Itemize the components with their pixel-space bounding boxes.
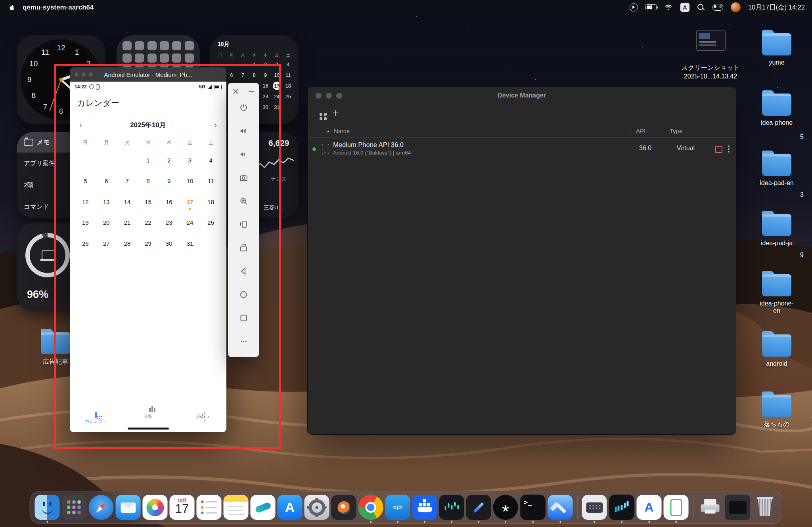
calendar-day[interactable]: 27 bbox=[96, 233, 117, 254]
calendar-day[interactable]: 12 bbox=[75, 191, 96, 212]
window-controls[interactable] bbox=[75, 73, 93, 76]
dock-launchpad-icon[interactable] bbox=[62, 495, 87, 520]
tab-gear[interactable]: 設定 bbox=[174, 412, 226, 424]
emulator-volume-down-icon[interactable] bbox=[236, 147, 251, 162]
emulator-toolbar[interactable] bbox=[228, 83, 259, 357]
calendar-day[interactable]: 10 bbox=[180, 171, 201, 192]
desktop-folder[interactable]: idea-pad-ja bbox=[757, 211, 797, 247]
dock-chatgpt-icon[interactable]: * bbox=[493, 495, 518, 520]
emulator-camera-icon[interactable] bbox=[236, 170, 251, 185]
device-menu-button[interactable] bbox=[728, 145, 730, 147]
desktop-folder[interactable]: idea-pad-en bbox=[757, 151, 797, 187]
emulator-rotate-landscape-icon[interactable] bbox=[236, 240, 251, 255]
dock[interactable]: 10月17A</>*>_A bbox=[30, 491, 783, 524]
wifi-icon[interactable] bbox=[664, 4, 673, 11]
calendar-day[interactable]: 8 bbox=[138, 171, 159, 192]
dock-qemu-icon[interactable] bbox=[725, 495, 751, 520]
device-grid-view-button[interactable] bbox=[320, 113, 327, 120]
dock-freeform-icon[interactable] bbox=[251, 495, 276, 520]
calendar-day[interactable]: 31 bbox=[180, 233, 201, 254]
device-row[interactable]: Medium Phone API 36.0Android 16.0 ("Bakl… bbox=[308, 138, 736, 162]
input-source-badge[interactable]: A bbox=[680, 3, 689, 12]
calendar-day[interactable]: 13 bbox=[96, 191, 117, 212]
menu-bar-clock[interactable]: 10月17日(金) 14:22 bbox=[748, 3, 805, 12]
calendar-day[interactable]: 16 bbox=[159, 191, 180, 212]
calendar-day[interactable]: 7 bbox=[117, 171, 138, 192]
emulator-home-icon[interactable] bbox=[236, 287, 251, 302]
active-app-name[interactable]: qemu-system-aarch64 bbox=[23, 4, 94, 11]
tab-chart[interactable]: 分析 bbox=[122, 412, 174, 424]
desktop-folder[interactable]: 広告記事 bbox=[36, 329, 75, 366]
calendar-day[interactable]: 6 bbox=[96, 171, 117, 192]
tab-calendar[interactable]: カレンダー bbox=[70, 412, 122, 424]
desktop-folder[interactable]: idea-phone bbox=[757, 90, 797, 126]
calendar-day[interactable]: 24 bbox=[180, 212, 201, 233]
calendar-day[interactable]: 20 bbox=[96, 212, 117, 233]
desktop-folder[interactable]: android bbox=[757, 331, 797, 367]
apple-logo-icon[interactable] bbox=[9, 4, 15, 11]
calendar-day[interactable]: 21 bbox=[117, 212, 138, 233]
calendar-day[interactable]: 29 bbox=[138, 233, 159, 254]
calendar-day[interactable]: 17 bbox=[180, 191, 201, 212]
dock-settings-icon[interactable] bbox=[304, 495, 329, 520]
dock-drafting-icon[interactable]: A bbox=[637, 495, 662, 520]
emulator-close-icon[interactable] bbox=[229, 85, 242, 97]
calendar-day[interactable]: 22 bbox=[138, 212, 159, 233]
desktop-folder[interactable]: 落ちもの bbox=[757, 391, 797, 429]
dock-keyboard-icon[interactable] bbox=[582, 495, 607, 520]
calendar-day[interactable]: 30 bbox=[159, 233, 180, 254]
calendar-day[interactable]: 4 bbox=[200, 150, 221, 171]
emulator-overview-icon[interactable] bbox=[236, 310, 251, 325]
calendar-day[interactable]: 9 bbox=[159, 171, 180, 192]
dock-vscode-icon[interactable]: </> bbox=[385, 495, 410, 520]
spotlight-search-icon[interactable] bbox=[697, 4, 705, 11]
dock-terminal-icon[interactable]: >_ bbox=[520, 495, 546, 520]
user-avatar[interactable] bbox=[731, 2, 741, 12]
desktop-folder[interactable]: idea-phone-en bbox=[757, 271, 797, 314]
calendar-day[interactable]: 2 bbox=[159, 150, 180, 171]
dock-notes-icon[interactable] bbox=[224, 495, 249, 520]
calendar-day[interactable]: 26 bbox=[75, 233, 96, 254]
stop-device-button[interactable] bbox=[715, 146, 722, 153]
calendar-day[interactable]: 18 bbox=[200, 191, 221, 212]
emulator-window[interactable]: Android Emulator - Medium_Ph... 14:22 5G… bbox=[70, 67, 226, 432]
calendar-day[interactable]: 14 bbox=[117, 191, 138, 212]
home-indicator[interactable] bbox=[128, 428, 169, 430]
dock-monitor-icon[interactable] bbox=[609, 495, 635, 520]
dock-blender-icon[interactable] bbox=[331, 495, 356, 520]
next-month-button[interactable]: › bbox=[214, 121, 217, 130]
calendar-day[interactable]: 15 bbox=[138, 191, 159, 212]
emulator-back-icon[interactable] bbox=[236, 264, 251, 279]
dock-phone-icon[interactable] bbox=[664, 495, 689, 520]
emulator-power-icon[interactable] bbox=[236, 100, 251, 115]
calendar-day[interactable]: 5 bbox=[75, 171, 96, 192]
dock-finder-icon[interactable] bbox=[35, 495, 60, 520]
emulator-volume-up-icon[interactable] bbox=[236, 123, 251, 138]
dock-reminders-icon[interactable] bbox=[197, 495, 222, 520]
calendar-day[interactable]: 1 bbox=[138, 150, 159, 171]
screen-record-icon[interactable] bbox=[630, 3, 638, 11]
dock-xcode-icon[interactable] bbox=[548, 495, 573, 520]
emulator-zoom-icon[interactable] bbox=[236, 193, 251, 208]
calendar-day[interactable]: 25 bbox=[200, 212, 221, 233]
dock-photos-icon[interactable] bbox=[143, 495, 168, 520]
device-manager-window[interactable]: Device Manager + Name API Type Medium Ph… bbox=[307, 86, 736, 435]
dock-waveform-icon[interactable] bbox=[439, 495, 464, 520]
emulator-more-icon[interactable] bbox=[236, 334, 251, 349]
column-header-type[interactable]: Type bbox=[670, 128, 683, 134]
calendar-day[interactable]: 3 bbox=[180, 150, 201, 171]
emulator-titlebar[interactable]: Android Emulator - Medium_Ph... bbox=[70, 67, 226, 82]
battery-icon[interactable] bbox=[645, 4, 657, 10]
emulator-minimize-icon[interactable] bbox=[245, 85, 258, 97]
emulator-screen[interactable]: 14:22 5G カレンダー ‹ 2025年10月 › 日月火水木金土 1234… bbox=[70, 82, 226, 432]
column-header-api[interactable]: API bbox=[636, 128, 645, 134]
calendar-day[interactable]: 19 bbox=[75, 212, 96, 233]
calendar-day[interactable]: 11 bbox=[200, 171, 221, 192]
dock-calendar-icon[interactable]: 10月17 bbox=[170, 495, 195, 520]
dock-mail-icon[interactable] bbox=[116, 495, 141, 520]
emulator-rotate-portrait-icon[interactable] bbox=[236, 217, 251, 232]
dock-appstore-icon[interactable]: A bbox=[278, 495, 303, 520]
calendar-day[interactable]: 28 bbox=[117, 233, 138, 254]
dock-chrome-icon[interactable] bbox=[358, 495, 383, 520]
dock-pen-icon[interactable] bbox=[466, 495, 491, 520]
